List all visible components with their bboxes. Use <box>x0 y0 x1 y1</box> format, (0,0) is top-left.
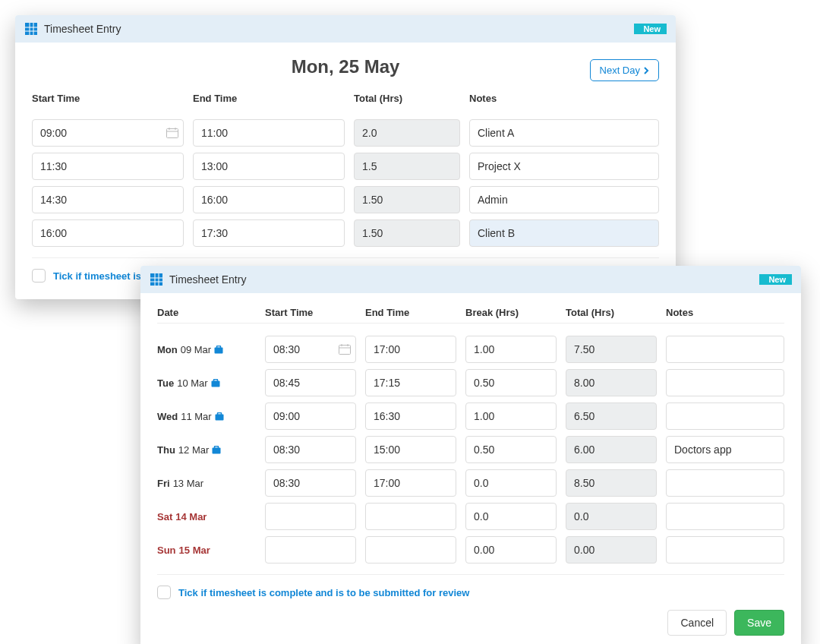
col-total: Total (Hrs) <box>354 93 460 104</box>
total-hours-output: 1.50 <box>354 186 460 213</box>
day-of-week: Sun <box>157 545 176 556</box>
daily-panel-body: Mon, 25 May Next Day Start Time End Time… <box>15 43 676 299</box>
new-badge: New <box>759 274 792 285</box>
total-hours-output: 8.50 <box>566 469 657 497</box>
end-time-input[interactable]: 17:15 <box>365 369 456 396</box>
notes-input[interactable] <box>666 369 784 396</box>
separator <box>32 257 659 258</box>
end-time-input[interactable]: 11:00 <box>193 119 345 147</box>
end-time-input[interactable] <box>365 536 456 564</box>
start-time-input[interactable] <box>265 503 356 530</box>
start-time-input[interactable]: 16:00 <box>32 219 184 247</box>
end-time-input[interactable]: 16:00 <box>193 186 345 213</box>
cancel-button[interactable]: Cancel <box>667 610 727 636</box>
complete-label: Tick if timesheet is complete and is to … <box>178 587 469 598</box>
day-of-week: Mon <box>157 344 178 355</box>
start-time-input[interactable]: 11:30 <box>32 153 184 180</box>
notes-input[interactable] <box>666 336 784 363</box>
weekly-panel-header: Timesheet Entry New <box>140 266 801 293</box>
end-time-input[interactable]: 17:00 <box>365 469 456 497</box>
start-time-input[interactable] <box>265 536 356 564</box>
start-time-input[interactable]: 08:45 <box>265 369 356 396</box>
panel-title: Timesheet Entry <box>169 273 753 286</box>
timesheet-row: Thu 12 Mar 08:3015:000.506.00Doctors app <box>157 436 784 463</box>
calendar-grid-icon <box>24 22 38 36</box>
day-of-month: 15 Mar <box>179 545 210 556</box>
notes-input[interactable]: Admin <box>469 186 659 213</box>
timesheet-row: 11:3013:001.5Project X <box>32 153 659 180</box>
end-time-input[interactable]: 13:00 <box>193 153 345 180</box>
timesheet-row: Fri 13 Mar08:3017:000.08.50 <box>157 469 784 497</box>
break-hours-input[interactable]: 0.00 <box>465 536 557 564</box>
col-end-time: End Time <box>365 307 456 318</box>
notes-input[interactable] <box>666 402 784 430</box>
weekly-panel-body: Date Start Time End Time Break (Hrs) Tot… <box>140 293 801 644</box>
date-cell: Sat 14 Mar <box>157 503 256 530</box>
complete-checkbox[interactable] <box>157 586 171 599</box>
end-time-input[interactable]: 17:00 <box>365 336 456 363</box>
briefcase-icon <box>215 412 224 421</box>
total-hours-output: 1.5 <box>354 153 460 180</box>
notes-input[interactable] <box>666 536 784 564</box>
start-time-input[interactable]: 08:30 <box>265 469 356 497</box>
notes-input[interactable] <box>666 469 784 497</box>
timesheet-row: Mon 09 Mar 08:3017:001.007.50 <box>157 336 784 363</box>
calendar-picker-icon[interactable] <box>166 128 178 138</box>
timesheet-row: 16:0017:301.50Client B <box>32 219 659 247</box>
svg-rect-5 <box>167 129 178 138</box>
end-time-input[interactable]: 16:30 <box>365 402 456 430</box>
break-hours-input[interactable]: 0.50 <box>465 369 557 396</box>
calendar-grid-icon <box>150 273 163 286</box>
start-time-input[interactable]: 08:30 <box>265 336 356 363</box>
day-of-month: 14 Mar <box>175 511 207 522</box>
end-time-input[interactable] <box>365 503 456 530</box>
notes-input[interactable]: Project X <box>469 153 659 180</box>
start-time-input[interactable]: 14:30 <box>32 186 184 213</box>
start-time-input[interactable]: 09:00 <box>265 402 356 430</box>
calendar-picker-icon[interactable] <box>339 344 351 355</box>
date-cell: Mon 09 Mar <box>157 336 256 363</box>
briefcase-icon <box>211 379 220 387</box>
col-start-time: Start Time <box>32 93 184 104</box>
svg-rect-16 <box>339 346 351 355</box>
col-total: Total (Hrs) <box>566 307 657 318</box>
complete-checkbox[interactable] <box>32 269 46 283</box>
current-date-title: Mon, 25 May <box>292 56 400 77</box>
date-cell: Wed 11 Mar <box>157 402 256 430</box>
total-hours-output: 6.00 <box>566 436 657 463</box>
timesheet-row: Sun 15 Mar0.000.00 <box>157 536 784 564</box>
end-time-input[interactable]: 15:00 <box>365 436 456 463</box>
total-hours-output: 0.00 <box>566 536 657 564</box>
break-hours-input[interactable]: 1.00 <box>465 336 557 363</box>
end-time-input[interactable]: 17:30 <box>193 219 345 247</box>
separator <box>157 323 784 324</box>
break-hours-input[interactable]: 0.0 <box>465 503 557 530</box>
notes-input[interactable]: Client A <box>469 119 659 147</box>
save-button[interactable]: Save <box>734 610 784 636</box>
total-hours-output: 8.00 <box>566 369 657 396</box>
briefcase-icon <box>212 446 221 454</box>
notes-input[interactable] <box>666 503 784 530</box>
break-hours-input[interactable]: 0.50 <box>465 436 557 463</box>
col-notes: Notes <box>666 307 784 318</box>
start-time-input[interactable]: 08:30 <box>265 436 356 463</box>
daily-timesheet-panel: Timesheet Entry New Mon, 25 May Next Day… <box>15 15 676 299</box>
break-hours-input[interactable]: 0.0 <box>465 469 557 497</box>
col-notes: Notes <box>469 93 659 104</box>
total-hours-output: 1.50 <box>354 219 460 247</box>
col-break: Break (Hrs) <box>465 307 557 318</box>
total-hours-output: 6.50 <box>566 402 657 430</box>
next-day-label: Next Day <box>600 65 640 76</box>
svg-rect-21 <box>213 379 217 381</box>
notes-input[interactable]: Doctors app <box>666 436 784 463</box>
panel-title: Timesheet Entry <box>44 23 628 35</box>
day-of-week: Tue <box>157 377 174 389</box>
svg-rect-15 <box>217 346 221 348</box>
col-start-time: Start Time <box>265 307 356 318</box>
start-time-input[interactable]: 09:00 <box>32 119 184 147</box>
next-day-button[interactable]: Next Day <box>590 59 659 81</box>
break-hours-input[interactable]: 1.00 <box>465 402 557 430</box>
notes-input[interactable]: Client B <box>469 219 659 247</box>
day-of-week: Thu <box>157 444 175 456</box>
col-end-time: End Time <box>193 93 345 104</box>
